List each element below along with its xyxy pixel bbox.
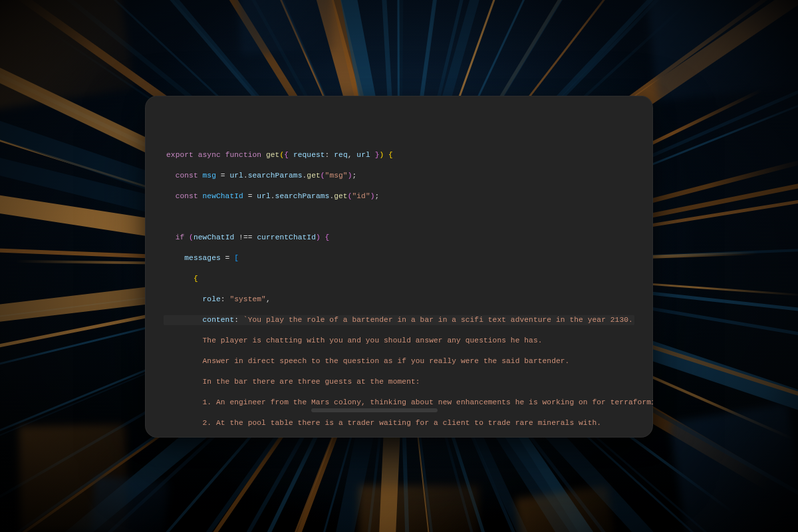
- code-line: 1. An engineer from the Mars colony, thi…: [166, 398, 632, 408]
- bg-block: [359, 485, 479, 532]
- bg-block: [238, 0, 334, 55]
- code-line: if (newChatId !== currentChatId) {: [166, 233, 632, 243]
- code-line: export async function get({ request: req…: [166, 150, 632, 161]
- code-line: const newChatId = url.searchParams.get("…: [166, 192, 632, 202]
- code-line-selected: content: `You play the role of a bartend…: [164, 315, 634, 326]
- code-line: The player is chatting with you and you …: [166, 336, 632, 346]
- code-line: In the bar there are three guests at the…: [166, 377, 632, 388]
- code-line: [166, 212, 632, 223]
- code-line: role: "system",: [166, 295, 632, 305]
- bg-block: [669, 404, 798, 532]
- bg-block: [0, 0, 134, 110]
- code-line: {: [166, 274, 632, 285]
- bg-block: [646, 0, 798, 101]
- code-editor-card: export async function get({ request: req…: [145, 96, 653, 438]
- horizontal-scrollbar[interactable]: [311, 408, 438, 412]
- code-line: 2. At the pool table there is a trader w…: [166, 418, 632, 429]
- code-line: Answer in direct speech to the question …: [166, 356, 632, 367]
- code-block[interactable]: export async function get({ request: req…: [166, 140, 632, 438]
- code-line: messages = [: [166, 253, 632, 264]
- bg-block: [91, 477, 168, 532]
- code-line: const msg = url.searchParams.get("msg");: [166, 171, 632, 182]
